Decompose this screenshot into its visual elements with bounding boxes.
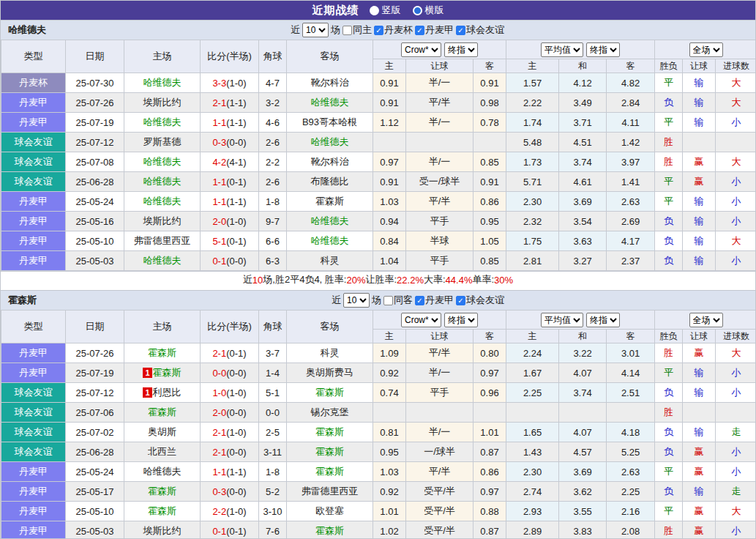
home-team-cell: 北西兰: [124, 442, 201, 462]
team-section-1: 霍森斯 近 10 场 同客✓丹麦甲✓球会友谊 类型 日期 主场: [1, 290, 755, 539]
away-team-cell: 科灵: [287, 251, 373, 271]
full-score: 2-0: [212, 216, 226, 227]
handicap-result-cell: 输: [683, 73, 716, 93]
filter-checkbox-label: 丹麦杯: [384, 23, 413, 37]
handicap-result-cell: 输: [683, 482, 716, 502]
away-team-cell: 欧登塞: [287, 502, 373, 521]
col-avg-away: 客: [607, 59, 655, 73]
odds-away: [474, 403, 506, 423]
filter-checkbox-丹麦甲[interactable]: ✓丹麦甲: [415, 294, 454, 307]
checkbox-checked-icon[interactable]: ✓: [374, 26, 383, 35]
team-link: 霍森斯: [315, 426, 344, 437]
full-score: 4-2: [212, 157, 226, 168]
checkbox-unchecked-icon[interactable]: [343, 26, 352, 35]
odds-home: 1.03: [373, 462, 406, 482]
filter-checkbox-球会友谊[interactable]: ✓球会友谊: [456, 294, 504, 307]
handicap-result-cell: 输: [683, 383, 716, 403]
summary-segment: 20%: [346, 275, 365, 286]
checkbox-checked-icon[interactable]: ✓: [456, 296, 465, 305]
odds-home: 0.91: [373, 172, 406, 192]
filter-checkbox-同主[interactable]: 同主: [343, 23, 372, 37]
col-away: 客场: [287, 311, 373, 343]
col-date: 日期: [66, 40, 124, 73]
home-team-cell: 霍森斯: [124, 482, 201, 502]
layout-radio-horizontal[interactable]: 横版: [413, 4, 444, 17]
col-avg-away: 客: [607, 330, 655, 343]
league-badge: 球会友谊: [1, 133, 66, 152]
corner-cell: 5-1: [259, 383, 287, 403]
avg-stage-select[interactable]: 终指: [586, 313, 620, 327]
away-team-cell: 哈维德夫: [287, 212, 373, 231]
odds-away: 0.91: [474, 172, 506, 192]
odds-handicap: 平手: [406, 383, 474, 403]
checkbox-checked-icon[interactable]: ✓: [415, 296, 424, 305]
league-badge: 丹麦甲: [1, 343, 66, 363]
match-row: 丹麦杯 25-07-30 哈维德夫 3-3(1-0) 4-7 靴尔科治 0.91…: [1, 73, 756, 93]
result-cell: 负: [655, 383, 683, 403]
avg-source-select[interactable]: 平均值: [541, 313, 583, 327]
layout-radio-label: 竖版: [382, 4, 401, 17]
checkbox-checked-icon[interactable]: ✓: [415, 26, 424, 35]
recent-count-select[interactable]: 10: [343, 293, 370, 308]
corner-cell: 6-6: [259, 231, 287, 251]
corner-cell: 2-5: [259, 423, 287, 442]
team-link: 埃斯比约: [143, 215, 181, 226]
avg-home: 5.48: [506, 133, 559, 152]
filter-checkbox-球会友谊[interactable]: ✓球会友谊: [456, 23, 504, 37]
odds-away: 0.98: [474, 93, 506, 113]
score-cell: 1-0(1-0): [201, 383, 259, 403]
summary-segment: 大率:: [424, 273, 446, 286]
team-link: 哈维德夫: [143, 156, 181, 167]
summary-line: 近10场,胜2平4负4, 胜率:20% 让胜率:22.2% 大率:44.4% 单…: [1, 271, 755, 288]
avg-home: 1.75: [506, 231, 559, 251]
col-result: 胜负: [655, 59, 683, 73]
score-cell: 0-3(0-0): [201, 482, 259, 502]
match-date: 25-07-19: [66, 113, 124, 133]
handicap-result-cell: [683, 133, 716, 152]
recent-count-select[interactable]: 10: [302, 23, 329, 37]
match-date: 25-05-03: [66, 251, 124, 271]
filter-checkbox-丹麦甲[interactable]: ✓丹麦甲: [415, 23, 454, 37]
avg-away: [607, 403, 655, 423]
handicap-result-cell: 输: [683, 423, 716, 442]
odds-stage-select[interactable]: 终指: [444, 42, 478, 57]
league-badge: 丹麦甲: [1, 482, 66, 502]
team-link: 哈维德夫: [311, 97, 349, 108]
full-score: 0-1: [212, 526, 226, 537]
away-team-cell: 布隆德比: [287, 172, 373, 192]
full-score: 2-1: [212, 427, 226, 438]
avg-draw: 3.27: [559, 251, 607, 271]
avg-stage-select[interactable]: 终指: [586, 42, 620, 57]
odds-handicap: 受平/半: [406, 521, 474, 539]
scope-select[interactable]: 全场: [689, 313, 723, 327]
full-score: 0-3: [212, 486, 226, 497]
odds-stage-select[interactable]: 终指: [444, 313, 478, 327]
layout-radio-vertical[interactable]: 竖版: [370, 4, 401, 17]
filter-checkbox-同客[interactable]: 同客: [383, 294, 413, 307]
filter-checkbox-label: 球会友谊: [466, 23, 504, 37]
result-cell: 平: [655, 172, 683, 192]
odds-away: 0.86: [474, 192, 506, 212]
goals-result-cell: [716, 133, 756, 152]
scope-select[interactable]: 全场: [689, 42, 723, 57]
recent-suffix-label: 场: [372, 294, 381, 307]
match-row: 球会友谊 25-06-28 哈维德夫 1-1(0-1) 2-6 布隆德比 0.9…: [1, 172, 756, 192]
result-cell: 负: [655, 423, 683, 442]
team-link: 霍森斯: [148, 406, 176, 417]
filter-checkbox-丹麦杯[interactable]: ✓丹麦杯: [374, 23, 413, 37]
radio-horizontal-icon[interactable]: [413, 6, 422, 15]
odds-select-group: Crow*终指: [373, 40, 506, 59]
radio-vertical-icon[interactable]: [370, 6, 379, 15]
odds-company-select[interactable]: Crow*: [401, 42, 441, 57]
team-link: 罗斯基德: [143, 136, 181, 147]
result-cell: 平: [655, 73, 683, 93]
odds-handicap: 平/半: [406, 462, 474, 482]
recent-suffix-label: 场: [331, 23, 340, 37]
odds-company-select[interactable]: Crow*: [401, 313, 441, 327]
checkbox-unchecked-icon[interactable]: [383, 296, 393, 305]
checkbox-checked-icon[interactable]: ✓: [456, 26, 465, 35]
avg-source-select[interactable]: 平均值: [541, 42, 583, 57]
avg-draw: 3.69: [559, 192, 607, 212]
match-date: 25-05-17: [66, 482, 124, 502]
summary-segment: 让胜率:: [365, 273, 397, 286]
